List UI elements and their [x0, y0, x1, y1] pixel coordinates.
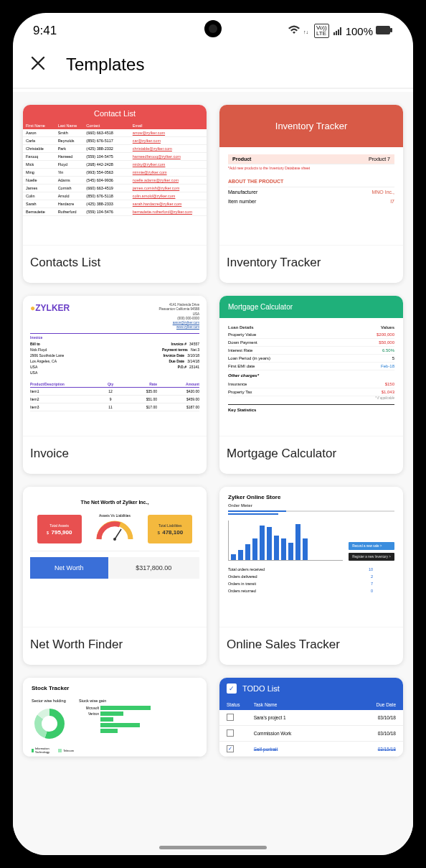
thumbnail: ✓ TODO List Status Task Name Due Date Sa…	[219, 678, 403, 757]
donut-chart-icon	[32, 706, 67, 742]
template-card-todo-list[interactable]: ✓ TODO List Status Task Name Due Date Sa…	[219, 678, 403, 757]
svg-line-2	[115, 529, 121, 539]
template-card-stock-tracker[interactable]: Stock Tracker Sector wise holding	[23, 678, 207, 757]
lte-icon: Vo))LTE	[314, 24, 329, 38]
template-card-online-sales-tracker[interactable]: Zylker Online Store Order Meter	[219, 487, 403, 665]
thumbnail: Contact List First Name Last Name Contac…	[23, 105, 207, 246]
template-card-invoice[interactable]: ●ZYLKER 4141 Hacienda Drive Pleasanton C…	[23, 296, 207, 474]
zylker-logo: ●ZYLKER	[30, 303, 70, 330]
template-card-mortgage-calculator[interactable]: Mortgage Calculator Loan DetailsValues P…	[219, 296, 403, 474]
status-time: 9:41	[33, 24, 57, 38]
register-inventory-button: Register a new Inventory >	[349, 553, 394, 561]
template-name: Inventory Tracker	[219, 246, 403, 283]
thumbnail: The Net Worth of Zylker Inc., Total Asse…	[23, 487, 207, 627]
template-name: Mortgage Calculator	[219, 437, 403, 474]
template-card-inventory-tracker[interactable]: Inventory Tracker ProductProduct 7 *Add …	[219, 105, 403, 283]
gauge-icon	[95, 518, 134, 542]
svg-point-3	[113, 538, 116, 541]
thumbnail: Mortgage Calculator Loan DetailsValues P…	[219, 296, 403, 437]
clipboard-icon: ✓	[227, 683, 237, 694]
battery-pct: 100%	[346, 25, 373, 37]
close-icon[interactable]	[30, 55, 46, 74]
thumbnail: ●ZYLKER 4141 Hacienda Drive Pleasanton C…	[23, 296, 207, 437]
svg-rect-0	[376, 26, 390, 34]
status-indicators: ↑↓ Vo))LTE 100%	[288, 24, 393, 38]
templates-scroll[interactable]: Contact List First Name Last Name Contac…	[13, 92, 413, 855]
svg-rect-1	[390, 28, 392, 32]
template-name: Contacts List	[23, 246, 207, 283]
signal-icon	[333, 27, 341, 35]
thumbnail: Zylker Online Store Order Meter	[219, 487, 403, 627]
bar-chart	[228, 521, 343, 561]
thumbnail: Inventory Tracker ProductProduct 7 *Add …	[219, 105, 403, 246]
template-card-net-worth-finder[interactable]: The Net Worth of Zylker Inc., Total Asse…	[23, 487, 207, 665]
header: Templates	[13, 43, 413, 88]
thumbnail: Stock Tracker Sector wise holding	[23, 678, 207, 757]
battery-icon	[376, 25, 393, 37]
wifi-icon: ↑↓	[288, 25, 308, 37]
template-card-contacts-list[interactable]: Contact List First Name Last Name Contac…	[23, 105, 207, 283]
home-indicator[interactable]	[159, 846, 267, 849]
divider	[13, 88, 413, 89]
page-title: Templates	[66, 55, 144, 75]
template-name: Invoice	[23, 437, 207, 474]
template-name: Online Sales Tracker	[219, 627, 403, 665]
record-sale-button: Record a new sale >	[349, 542, 394, 550]
template-name: Net Worth Finder	[23, 627, 207, 665]
